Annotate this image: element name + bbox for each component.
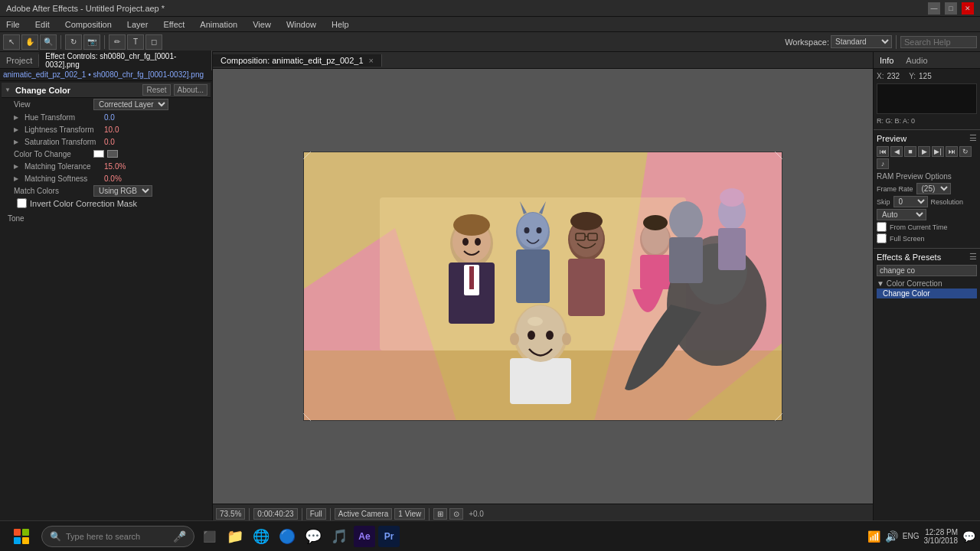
menu-view[interactable]: View (250, 20, 274, 29)
comp-viewer[interactable] (213, 69, 873, 504)
lightness-label: Lightness Transform (24, 126, 101, 134)
color-swatch-white[interactable] (93, 150, 104, 158)
search-help-input[interactable] (900, 36, 977, 48)
preview-play[interactable]: ▶ (918, 146, 930, 157)
taskbar-keyboard-icon[interactable]: ENG (903, 532, 920, 540)
toolbar-rotate-tool[interactable]: ↻ (65, 34, 82, 50)
preview-loop[interactable]: ↻ (959, 146, 972, 157)
view-btn[interactable]: 1 View (394, 508, 425, 520)
y-label: Y: (909, 72, 916, 80)
preview-audio[interactable]: ♪ (877, 158, 889, 169)
effect-header: ▼ Change Color Reset About... (2, 83, 211, 98)
menu-effect[interactable]: Effect (160, 20, 188, 29)
comp-tab-close[interactable]: × (369, 56, 374, 65)
taskbar-discord-btn[interactable]: 💬 (302, 525, 325, 548)
effect-expand-icon[interactable]: ▼ (5, 86, 12, 93)
full-screen-checkbox[interactable] (877, 233, 887, 243)
preview-menu[interactable]: ☰ (969, 133, 977, 143)
skip-select[interactable]: 0 (893, 196, 928, 207)
menu-composition[interactable]: Composition (62, 20, 115, 29)
color-to-change-row: Color To Change (2, 148, 211, 160)
camera-btn[interactable]: Active Camera (335, 508, 393, 520)
minimize-button[interactable]: — (928, 2, 940, 15)
taskbar-network-icon[interactable]: 📶 (867, 530, 880, 543)
taskbar-chrome-btn[interactable]: 🔵 (276, 525, 299, 548)
menu-help[interactable]: Help (328, 20, 352, 29)
match-colors-dropdown[interactable]: Using RGB (93, 185, 152, 197)
taskbar-ae-btn[interactable]: Ae (354, 526, 375, 547)
xy-row: X: 232 Y: 125 (877, 72, 977, 80)
effect-about-btn[interactable]: About... (174, 84, 207, 96)
taskbar-volume-icon[interactable]: 🔊 (885, 530, 898, 543)
invert-checkbox[interactable] (17, 198, 27, 208)
svg-rect-42 (718, 228, 746, 270)
menu-layer[interactable]: Layer (124, 20, 152, 29)
preview-prev-frame[interactable]: ◀ (890, 146, 903, 157)
preview-last-frame[interactable]: ⏭ (946, 146, 958, 157)
preview-first-frame[interactable]: ⏮ (877, 146, 889, 157)
toolbar-hand-tool[interactable]: ✋ (21, 34, 38, 50)
skip-row: Skip 0 Resolution (877, 196, 977, 207)
hue-expand[interactable]: ▶ (14, 114, 21, 121)
toolbar-zoom-tool[interactable]: 🔍 (40, 34, 57, 50)
preview-stop[interactable]: ■ (904, 146, 916, 157)
taskbar-premier-btn[interactable]: Pr (378, 526, 400, 547)
comp-tab-main[interactable]: Composition: animatic_edit_pz_002_1 × (213, 54, 382, 67)
saturation-value[interactable]: 0.0 (104, 138, 115, 146)
zoom-btn[interactable]: 73.5% (216, 508, 245, 520)
start-button[interactable] (5, 523, 38, 549)
menu-animation[interactable]: Animation (197, 20, 240, 29)
svg-point-9 (462, 238, 469, 246)
matching-softness-expand[interactable]: ▶ (14, 175, 21, 182)
menu-file[interactable]: File (3, 20, 23, 29)
taskbar-spotify-btn[interactable]: 🎵 (328, 525, 351, 548)
menu-window[interactable]: Window (283, 20, 319, 29)
lightness-value[interactable]: 10.0 (104, 126, 119, 134)
toolbar-sep-workspace (896, 35, 897, 49)
overlay-btn[interactable]: ⊙ (449, 508, 463, 520)
change-color-effect[interactable]: Change Color (877, 289, 977, 298)
taskbar-search-box[interactable]: 🔍 Type here to search 🎤 (41, 526, 194, 547)
menu-edit[interactable]: Edit (32, 20, 53, 29)
from-current-checkbox[interactable] (877, 222, 887, 232)
effect-reset-btn[interactable]: Reset (142, 84, 170, 96)
audio-tab[interactable]: Audio (900, 54, 933, 67)
toolbar-shape-tool[interactable]: ◻ (145, 34, 162, 50)
taskbar-files-btn[interactable]: 📁 (224, 525, 247, 548)
effects-search-input[interactable] (877, 265, 977, 276)
svg-rect-14 (516, 249, 550, 303)
resolution-select[interactable]: Auto (877, 209, 926, 220)
effect-controls-tab[interactable]: Effect Controls: sh0080_chr_fg_[0001-003… (39, 51, 212, 70)
preview-next-frame[interactable]: ▶| (932, 146, 944, 157)
saturation-expand[interactable]: ▶ (14, 139, 21, 145)
project-tab[interactable]: Project (0, 54, 39, 67)
maximize-button[interactable]: □ (945, 2, 957, 15)
right-panel-tabs: Info Audio (874, 52, 980, 69)
toolbar-text-tool[interactable]: T (127, 34, 144, 50)
toolbar-arrow-tool[interactable]: ↖ (3, 34, 20, 50)
workspace-select[interactable]: Standard (831, 35, 892, 48)
hue-value[interactable]: 0.0 (104, 113, 115, 122)
svg-point-38 (562, 333, 571, 345)
taskbar-notification[interactable]: 💬 (962, 530, 975, 543)
grid-btn[interactable]: ⊞ (433, 508, 447, 520)
comp-canvas (303, 152, 782, 421)
toolbar-camera-tool[interactable]: 📷 (83, 34, 100, 50)
matching-softness-value[interactable]: 0.0% (104, 174, 122, 183)
taskbar-edge-btn[interactable]: 🌐 (250, 525, 273, 548)
task-view-btn[interactable]: ⬛ (198, 525, 220, 548)
color-swatch-dark[interactable] (107, 150, 118, 158)
timecode-btn[interactable]: 0:00:40:23 (253, 508, 297, 520)
toolbar-pen-tool[interactable]: ✏ (109, 34, 126, 50)
lightness-row: ▶ Lightness Transform 10.0 (2, 123, 211, 135)
close-button[interactable]: ✕ (962, 2, 974, 15)
resolution-btn[interactable]: Full (306, 508, 326, 520)
info-tab[interactable]: Info (874, 54, 900, 67)
frame-rate-select[interactable]: (25) (916, 183, 951, 194)
effects-menu[interactable]: ☰ (969, 252, 977, 262)
lightness-expand[interactable]: ▶ (14, 126, 21, 133)
category-expand[interactable]: ▼ (877, 279, 887, 288)
view-dropdown[interactable]: Corrected Layer (93, 99, 168, 110)
matching-tolerance-value[interactable]: 15.0% (104, 162, 126, 171)
matching-tolerance-expand[interactable]: ▶ (14, 163, 21, 170)
